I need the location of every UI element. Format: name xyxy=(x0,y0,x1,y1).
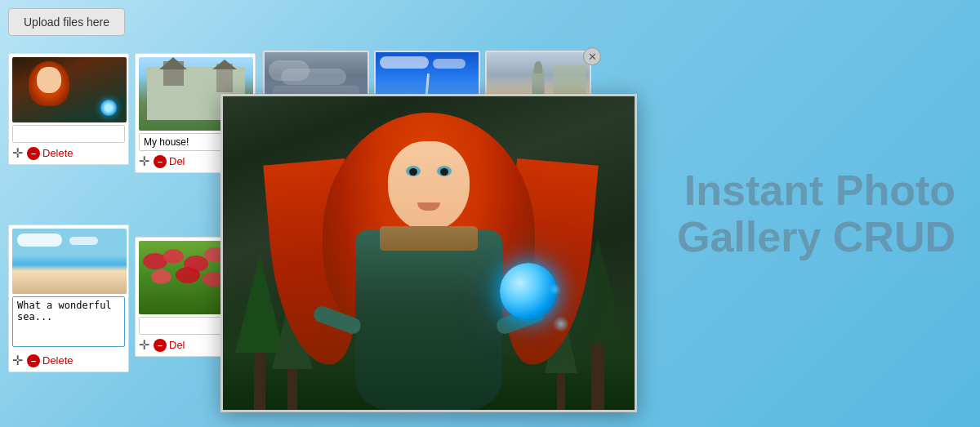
move-icon-2[interactable]: ✛ xyxy=(12,353,23,368)
delete-button-3[interactable]: – Del xyxy=(154,155,185,168)
delete-button-2[interactable]: – Delete xyxy=(27,354,74,367)
item-1-caption-input[interactable] xyxy=(12,125,125,143)
delete-button-1[interactable]: – Delete xyxy=(27,147,74,160)
thumb-sea[interactable] xyxy=(12,229,127,294)
item-2-caption-input[interactable]: What a wonderful sea... xyxy=(12,296,125,347)
gallery-item-2: What a wonderful sea... ✛ – Delete xyxy=(8,225,129,372)
move-icon-4[interactable]: ✛ xyxy=(139,337,149,353)
move-icon-3[interactable]: ✛ xyxy=(139,153,149,169)
app-title: Instant Photo Gallery CRUD xyxy=(677,167,956,260)
thumb-merida-small[interactable] xyxy=(12,57,127,122)
lightbox-image[interactable] xyxy=(223,96,635,410)
gallery-item-1: ✛ – Delete xyxy=(8,53,129,165)
item-1-actions: ✛ – Delete xyxy=(12,145,125,161)
item-2-actions: ✛ – Delete xyxy=(12,353,125,368)
delete-circle-1: – xyxy=(27,147,40,160)
delete-circle-4: – xyxy=(154,339,167,352)
app-title-line2: Gallery CRUD xyxy=(677,214,956,260)
move-icon-1[interactable]: ✛ xyxy=(12,145,23,161)
close-icon[interactable]: ✕ xyxy=(583,47,601,65)
delete-circle-3: – xyxy=(154,155,167,168)
delete-button-4[interactable]: – Del xyxy=(154,339,185,352)
upload-button[interactable]: Upload files here xyxy=(8,8,125,36)
app-title-line1: Instant Photo xyxy=(677,167,956,213)
lightbox xyxy=(220,94,637,412)
delete-circle-2: – xyxy=(27,354,40,367)
blue-orb-small xyxy=(100,100,117,116)
